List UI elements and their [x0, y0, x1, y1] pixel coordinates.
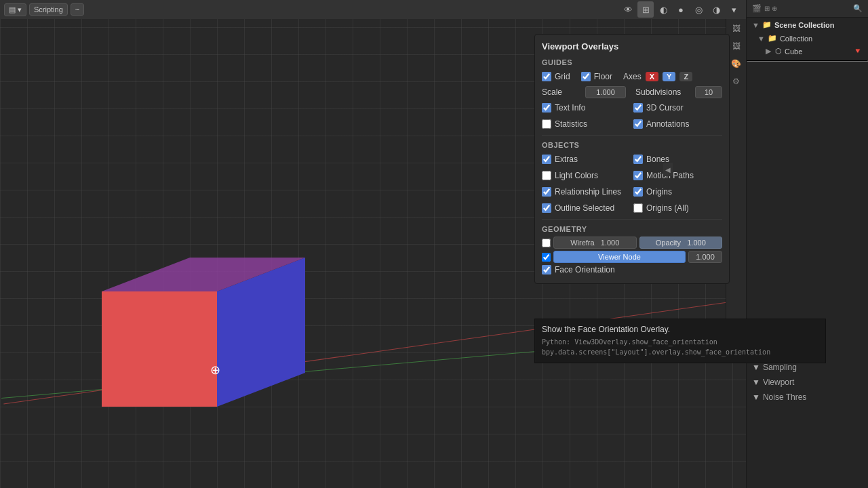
origins-label[interactable]: Origins	[633, 187, 722, 197]
svg-marker-0	[102, 291, 217, 407]
text-info-label[interactable]: Text Info	[542, 103, 631, 113]
axis-y-btn[interactable]: Y	[663, 72, 675, 81]
subdivisions-field[interactable]	[695, 86, 722, 98]
noise-section[interactable]: ▼ Noise Thres	[752, 390, 863, 405]
relationship-lines-text: Relationship Lines	[555, 187, 621, 197]
sampling-arrow: ▼	[752, 363, 760, 372]
view-icon-btn[interactable]: 👁	[620, 1, 636, 18]
relationship-lines-checkbox[interactable]	[542, 187, 551, 197]
scripting-btn[interactable]: Scripting	[29, 3, 68, 16]
relationship-lines-label[interactable]: Relationship Lines	[542, 187, 631, 197]
axis-z-btn[interactable]: Z	[679, 72, 692, 81]
search-icon[interactable]: 🔍	[853, 4, 863, 13]
tooltip-python-line2: bpy.data.screens["Layout"].overlay.show_…	[542, 348, 770, 356]
collection-label: Collection	[780, 35, 812, 43]
scene-icon: 🎬	[752, 4, 762, 13]
outline-selected-text: Outline Selected	[555, 203, 614, 213]
outline-selected-label[interactable]: Outline Selected	[542, 203, 631, 213]
side-icon-image[interactable]: 🖼	[728, 38, 745, 54]
tooltip-area: Show the Face Orientation Overlay. Pytho…	[534, 319, 826, 363]
3d-cube	[81, 258, 312, 470]
wireframe-value: 1.000	[601, 239, 620, 247]
cube-label: Cube	[785, 47, 802, 56]
objects-checkboxes: Extras Bones Light Colors Motion Paths R…	[542, 152, 722, 215]
grid-checkbox-label[interactable]: Grid	[542, 72, 570, 81]
annotations-checkbox[interactable]	[633, 119, 643, 129]
wireframe-btn[interactable]: Wirefra 1.000	[553, 237, 637, 249]
cursor-3d-checkbox[interactable]	[633, 103, 643, 113]
extras-label[interactable]: Extras	[542, 155, 631, 164]
viewer-node-label: Viewer Node	[598, 253, 641, 261]
face-orientation-text: Face Orientation	[555, 265, 615, 274]
floor-checkbox-label[interactable]: Floor	[581, 72, 612, 81]
bones-label[interactable]: Bones	[633, 155, 722, 164]
annotations-label[interactable]: Annotations	[633, 119, 722, 129]
geometry-header: Geometry	[542, 225, 722, 233]
grid-checkbox[interactable]	[542, 72, 551, 81]
sphere2-btn[interactable]: ◎	[690, 1, 707, 18]
floor-checkbox[interactable]	[581, 72, 591, 81]
tooltip-code: Python: View3DOverlay.show_face_orientat…	[542, 337, 818, 357]
motion-paths-checkbox[interactable]	[633, 171, 643, 180]
wireframe-checkbox[interactable]	[542, 239, 551, 247]
floor-label: Floor	[594, 72, 612, 81]
sampling-label: Sampling	[763, 363, 797, 372]
sphere1-btn[interactable]: ●	[673, 1, 689, 18]
top-toolbar: ▤ ▾ Scripting ~ 👁 ⊞ ◐ ● ◎ ◑ ▾	[0, 0, 746, 19]
panel-collapse-arrow[interactable]: ◀	[663, 163, 673, 176]
objects-header: Objects	[542, 141, 722, 149]
divider-2	[542, 219, 722, 220]
layout-btn[interactable]: ▤ ▾	[4, 3, 26, 16]
extras-text: Extras	[555, 155, 578, 164]
guides-checkboxes-row: Grid Floor Axes X Y Z	[542, 70, 722, 83]
light-colors-checkbox[interactable]	[542, 171, 551, 180]
overlays-panel: Viewport Overlays Guides Grid Floor Axes…	[534, 34, 730, 284]
cube-item[interactable]: ▶ ⬡ Cube 🔻	[747, 45, 868, 58]
side-icon-settings[interactable]: ⚙	[728, 73, 745, 89]
viewer-node-row: Viewer Node	[542, 251, 722, 263]
viewer-node-checkbox[interactable]	[542, 253, 551, 262]
cube-icon: ⬡	[775, 47, 782, 56]
collection-item[interactable]: ▼ 📁 Collection	[747, 32, 868, 45]
more-btn[interactable]: ▾	[726, 1, 742, 18]
axes-label: Axes	[623, 72, 642, 81]
outline-selected-checkbox[interactable]	[542, 203, 551, 213]
scene-collection-arrow[interactable]: ▼	[752, 21, 760, 29]
scale-field[interactable]	[585, 86, 626, 98]
text-cursor-row: Text Info 3D Cursor Statistics Annotatio…	[542, 101, 722, 131]
tilde-btn[interactable]: ~	[71, 3, 84, 16]
extras-checkbox[interactable]	[542, 155, 551, 164]
overlay-icon-btn[interactable]: ⊞	[637, 1, 654, 18]
statistics-label[interactable]: Statistics	[542, 119, 631, 129]
origins-all-label[interactable]: Origins (All)	[633, 203, 722, 213]
shading-icon-btn[interactable]: ◐	[655, 1, 671, 18]
bones-checkbox[interactable]	[633, 155, 643, 164]
motion-paths-label[interactable]: Motion Paths	[633, 171, 722, 180]
grid-icon: ▤	[9, 5, 16, 14]
origins-all-checkbox[interactable]	[633, 203, 643, 213]
viewport-icon-group: 👁 ⊞ ◐ ● ◎ ◑ ▾	[620, 1, 742, 18]
viewer-node-value[interactable]	[688, 251, 722, 263]
text-info-checkbox[interactable]	[542, 103, 551, 113]
side-icon-paint[interactable]: 🎨	[728, 56, 745, 72]
side-icon-render[interactable]: 🖼	[728, 20, 745, 37]
opacity-btn[interactable]: Opacity 1.000	[639, 237, 723, 249]
viewport-section[interactable]: ▼ Viewport	[752, 375, 863, 390]
sphere3-btn[interactable]: ◑	[708, 1, 724, 18]
right-panel: 🎬 ⊞ ⊕ 🔍 ▼ 📁 Scene Collection ▼ 📁 Collect…	[746, 0, 868, 488]
face-orientation-checkbox[interactable]	[542, 265, 551, 274]
scale-row: Scale Subdivisions	[542, 86, 722, 98]
viewport-arrow: ▼	[752, 378, 760, 387]
statistics-checkbox[interactable]	[542, 119, 551, 129]
subdivisions-label: Subdivisions	[635, 87, 681, 97]
viewer-node-btn[interactable]: Viewer Node	[553, 251, 686, 263]
origins-checkbox[interactable]	[633, 187, 643, 197]
text-info-text: Text Info	[555, 103, 585, 113]
collection-icon: 📁	[768, 34, 777, 43]
face-orientation-label[interactable]: Face Orientation	[542, 265, 722, 274]
scene-collection-title: Scene Collection	[774, 21, 835, 29]
cursor-3d-label[interactable]: 3D Cursor	[633, 103, 722, 113]
light-colors-label[interactable]: Light Colors	[542, 171, 631, 180]
axis-x-btn[interactable]: X	[646, 72, 658, 81]
scale-label: Scale	[542, 87, 583, 97]
